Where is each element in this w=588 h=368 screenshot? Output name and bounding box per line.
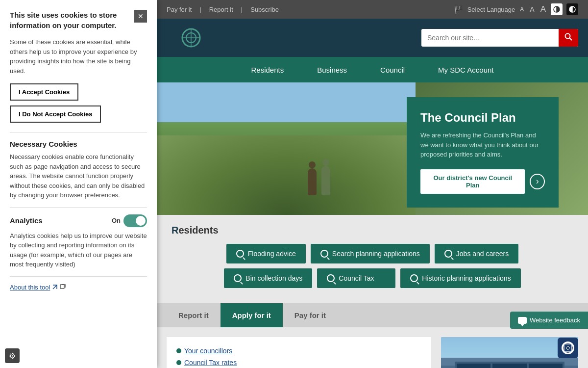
bin-collection-button[interactable]: Bin collection days [224, 268, 312, 288]
hero-landscape [157, 82, 416, 215]
historic-planning-button[interactable]: Historic planning applications [400, 268, 520, 288]
toggle-track[interactable] [123, 214, 147, 227]
search-icon-jobs [444, 250, 452, 258]
flag-icon: 🏴 [454, 5, 464, 14]
councillors-link[interactable]: Your councillors [184, 347, 232, 355]
accept-cookies-button[interactable]: I Accept Cookies [10, 83, 78, 101]
top-bar-right: 🏴 Select Language A A A [454, 3, 578, 15]
list-item-councillors: Your councillors [176, 347, 421, 355]
quick-links-row-1: Flooding advice Search planning applicat… [226, 244, 518, 263]
historic-planning-label: Historic planning applications [422, 274, 511, 282]
council-tax-label: Council Tax [339, 274, 374, 282]
green-dot-1 [176, 348, 181, 353]
quick-links-row-2: Bin collection days Council Tax Historic… [224, 268, 520, 288]
council-tax-button[interactable]: Council Tax [317, 268, 395, 288]
cookie-banner: This site uses cookies to store informat… [0, 0, 157, 368]
necessary-cookies-title: Necessary Cookies [10, 140, 147, 148]
nav-council[interactable]: Council [378, 62, 407, 78]
cookie-title: This site uses cookies to store informat… [10, 10, 129, 30]
flooding-advice-label: Flooding advice [248, 250, 296, 258]
svg-line-9 [570, 38, 572, 41]
svg-rect-10 [564, 344, 572, 352]
residents-prefix: R [172, 225, 178, 236]
text-size-medium-button[interactable]: A [529, 5, 535, 13]
figure-1 [308, 168, 317, 195]
toggle-thumb [136, 216, 146, 226]
svg-rect-0 [60, 285, 64, 289]
search-planning-button[interactable]: Search planning applications [311, 244, 430, 263]
list-item-council-tax-rates: Council Tax rates [176, 359, 421, 367]
external-link-icon-2 [60, 284, 66, 290]
toggle-state-label: On [112, 217, 121, 224]
search-icon-planning [320, 250, 328, 258]
hero-arrow-button[interactable]: › [530, 174, 545, 189]
sdc-logo [562, 342, 574, 354]
tab-pay-for-it[interactable]: Pay for it [283, 303, 338, 327]
sdc-logo-icon [563, 343, 573, 353]
green-dot-2 [176, 360, 181, 365]
website-feedback-button[interactable]: Website feedback [510, 312, 588, 329]
search-icon-historic [410, 274, 418, 282]
bottom-section: Your councillors Council Tax rates prope… [157, 327, 588, 368]
contrast-light-icon [553, 6, 560, 13]
search-input[interactable] [421, 30, 559, 46]
council-plan-button[interactable]: Our district's new Council Plan [420, 169, 525, 194]
bin-collection-label: Bin collection days [245, 274, 302, 282]
search-icon-bin [234, 274, 242, 282]
search-icon-flooding [236, 250, 244, 258]
search-icon-council-tax [327, 274, 335, 282]
pay-for-it-topbar-link[interactable]: Pay for it [167, 6, 192, 13]
about-tool-label: About this tool [10, 284, 50, 291]
search-button[interactable] [559, 29, 578, 47]
hero-card: The Council Plan We are refreshing the C… [407, 97, 559, 208]
sdc-icon-button[interactable] [558, 338, 578, 358]
text-size-large-button[interactable]: A [539, 4, 547, 14]
settings-gear-button[interactable]: ⚙ [5, 348, 20, 363]
feedback-label: Website feedback [530, 316, 580, 324]
hero-card-title: The Council Plan [420, 111, 545, 125]
reject-cookies-button[interactable]: I Do Not Accept Cookies [10, 105, 101, 123]
search-box [421, 29, 578, 47]
analytics-title: Analytics [10, 216, 43, 225]
analytics-toggle[interactable]: On [112, 214, 147, 227]
bottom-list: Your councillors Council Tax rates [176, 347, 421, 367]
gear-icon: ⚙ [9, 351, 16, 361]
cookie-divider [10, 132, 147, 133]
quick-links-grid: Flooding advice Search planning applicat… [167, 244, 578, 288]
subscribe-topbar-link[interactable]: Subscribe [250, 6, 279, 13]
contrast-dark-icon [569, 6, 576, 13]
tab-apply-for-it[interactable]: Apply for it [220, 303, 283, 327]
jobs-careers-button[interactable]: Jobs and careers [435, 244, 518, 263]
main-nav: Residents Business Council My SDC Accoun… [157, 57, 588, 82]
cookie-body-text: Some of these cookies are essential, whi… [10, 37, 147, 76]
hero-card-body: We are refreshing the Council's Plan and… [420, 131, 545, 159]
figure-2 [321, 166, 330, 195]
cookie-divider-2 [10, 207, 147, 208]
residents-rest: esidents [178, 225, 218, 236]
quick-links-title: Residents [172, 225, 219, 236]
header-search-area [157, 19, 588, 57]
divider-1: | [199, 6, 201, 13]
svg-point-8 [565, 34, 570, 39]
nav-business[interactable]: Business [315, 62, 349, 78]
contrast-light-button[interactable] [551, 3, 563, 15]
tab-report-it[interactable]: Report it [167, 303, 220, 327]
flooding-advice-button[interactable]: Flooding advice [226, 244, 306, 263]
external-link-icon [52, 284, 58, 290]
hero-figures [308, 166, 330, 195]
search-planning-label: Search planning applications [332, 250, 420, 258]
council-tax-rates-link[interactable]: Council Tax rates [184, 359, 237, 367]
about-tool-link[interactable]: About this tool [10, 284, 147, 291]
council-logo [176, 26, 216, 50]
quick-links-section: Residents Flooding advice Search plannin… [157, 215, 588, 303]
text-size-small-button[interactable]: A [519, 6, 525, 13]
report-it-topbar-link[interactable]: Report it [209, 6, 233, 13]
nav-residents[interactable]: Residents [249, 62, 286, 78]
analytics-body: Analytics cookies help us to improve our… [10, 231, 147, 269]
nav-sdc-account[interactable]: My SDC Account [436, 62, 495, 78]
cookie-close-button[interactable]: ✕ [134, 10, 147, 23]
divider-2: | [241, 6, 243, 13]
contrast-dark-button[interactable] [566, 3, 578, 15]
chat-icon [518, 317, 527, 324]
select-language-link[interactable]: Select Language [467, 6, 515, 13]
